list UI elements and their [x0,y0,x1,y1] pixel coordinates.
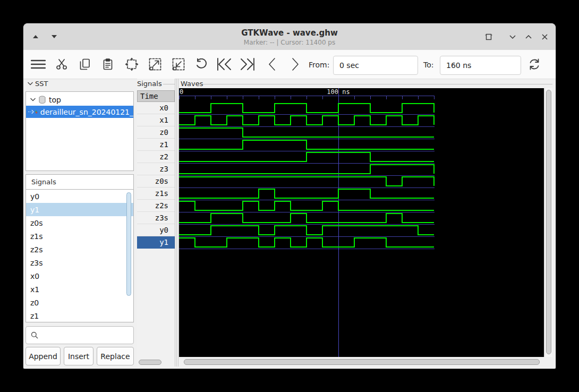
copy-icon [80,58,90,70]
replace-button[interactable]: Replace [97,347,134,365]
chevron-up-icon [525,35,532,39]
waves-frame-label: Waves [181,80,203,88]
waveform-canvas[interactable]: 0100 ns [179,88,544,357]
waves-hscrollbar[interactable] [180,357,552,366]
wave-signal-name[interactable]: x1 [137,114,175,126]
signal-list: y0y1z0sz1sz2sz3sx0x1z0z1 [26,190,133,322]
wave-signal-name[interactable]: y1 [137,236,175,249]
zoom-out-button[interactable] [169,54,188,74]
names-hscrollbar[interactable] [139,360,161,365]
signal-list-scrollbar[interactable] [126,192,131,296]
tree-item-derailleur[interactable]: derailleur_sn_20240121_ [26,106,133,118]
wave-signal-name[interactable]: z1 [137,139,175,151]
search-icon [31,331,38,339]
chevron-down-icon [27,82,34,86]
list-item[interactable]: y1 [26,203,133,216]
wave-signal-name[interactable]: z2 [137,151,175,163]
insert-button[interactable]: Insert [64,347,93,365]
window-title: GTKWave - wave.ghw [23,28,556,38]
signal-list-box: y0y1z0sz1sz2sz3sx0x1z0z1 [25,189,134,322]
copy-button[interactable] [75,54,95,74]
scope-icon [38,96,46,104]
roll-up-button[interactable] [523,31,534,42]
from-label: From: [309,61,329,69]
wave-signal-name[interactable]: z2s [137,200,175,212]
restore-icon [485,33,492,41]
module-icon [35,108,38,116]
chevron-down-icon [509,35,516,39]
frame-line [163,84,175,84]
skip-to-end-button[interactable] [238,54,257,74]
chevron-right-icon [31,109,34,115]
list-item[interactable]: z3s [26,256,133,269]
wave-names-panel: Signals Time x0x1z0z1z2z3z0sz1sz2sz3sy0y… [137,79,175,367]
to-input[interactable]: 160 ns [440,56,521,75]
tree-item-top[interactable]: top [29,93,133,106]
waves-hscrollbar-thumb[interactable] [184,359,540,365]
restore-button[interactable] [483,31,495,42]
skip-to-start-button[interactable] [215,54,234,74]
frame-line [203,84,552,84]
zoom-fit-button[interactable] [122,54,141,74]
list-item[interactable]: z0s [26,216,133,229]
from-input[interactable]: 0 sec [333,56,418,75]
undo-arrow-icon [195,58,208,70]
titlebar[interactable]: GTKWave - wave.ghw Marker: -- | Cursor: … [23,23,556,50]
append-button[interactable]: Append [25,347,61,365]
undo-button[interactable] [192,54,211,74]
marker-cursor-status: Marker: -- | Cursor: 11400 ps [23,39,556,46]
to-label: To: [423,61,433,69]
chevron-left-icon [267,57,277,71]
sst-frame-label[interactable]: SST [27,80,48,88]
close-icon [542,34,548,40]
zoom-in-button[interactable] [146,54,165,74]
svg-text:0: 0 [180,88,183,96]
list-item[interactable]: z1s [26,229,133,243]
pane-splitter[interactable] [178,79,178,367]
step-forward-button[interactable] [286,54,305,74]
skip-start-icon [217,58,232,71]
wave-signal-name[interactable]: z0s [137,175,175,188]
toolbar: From: 0 sec To: 160 ns [23,50,556,79]
wave-signal-name[interactable]: z3 [137,163,175,175]
chevron-down-icon [29,98,37,101]
cut-button[interactable] [52,54,71,74]
wave-signal-name[interactable]: z0 [137,126,175,139]
reload-button[interactable] [525,54,544,74]
list-item[interactable]: z0 [26,296,133,309]
chevron-right-icon [291,57,300,71]
desktop-background: GTKWave - wave.ghw Marker: -- | Cursor: … [0,0,579,392]
wave-signal-name[interactable]: x0 [137,102,175,114]
time-header[interactable]: Time [137,90,175,102]
scissors-icon [56,58,67,70]
clipboard-paste-icon [103,58,113,70]
wave-signal-name[interactable]: y0 [137,224,175,236]
skip-end-icon [240,58,255,71]
menu-button[interactable] [29,54,48,74]
wave-signal-name[interactable]: z3s [137,212,175,224]
list-item[interactable]: z2s [26,243,133,256]
list-item[interactable]: x1 [26,283,133,296]
zoom-fit-icon [125,57,139,71]
waves-vscrollbar-thumb[interactable] [546,90,551,354]
signals-frame-label: Signals [137,80,162,88]
hamburger-menu-icon [31,59,46,70]
close-button[interactable] [539,31,550,42]
zoom-out-icon [172,57,185,71]
wave-name-rows: x0x1z0z1z2z3z0sz1sz2sz3sy0y1 [137,102,175,249]
signal-search-box[interactable] [25,326,134,344]
list-item[interactable]: y0 [26,190,133,203]
signal-list-header: Signals [25,174,134,190]
waveform-traces: 0100 ns [179,88,544,357]
list-item[interactable]: z1 [26,309,133,322]
wave-signal-name[interactable]: z1s [137,188,175,200]
pane-splitter[interactable] [176,79,177,367]
paste-button[interactable] [98,54,117,74]
sst-tree[interactable]: top derailleur_sn_20240121_ [25,91,134,171]
reload-icon [528,58,541,71]
roll-down-button[interactable] [507,31,518,42]
step-back-button[interactable] [262,54,282,74]
gtkwave-window: GTKWave - wave.ghw Marker: -- | Cursor: … [23,23,556,369]
waves-vscrollbar[interactable] [544,88,552,357]
list-item[interactable]: x0 [26,269,133,283]
